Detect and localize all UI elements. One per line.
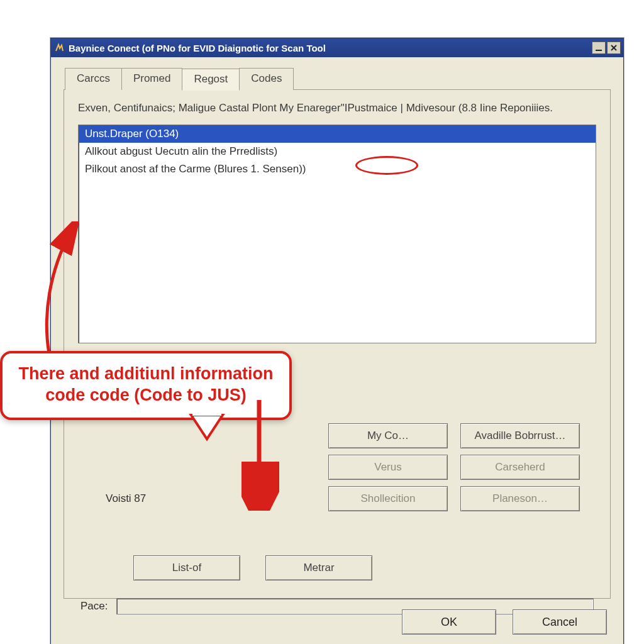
window-title: Baynice Conect (of PNo for EVID Diaignot… (69, 43, 326, 53)
list-item-text: Allkout abgust Uecutn alin the Prredlist… (85, 145, 277, 158)
button-label: Metrar (303, 562, 334, 574)
tabpage-regost: Exven, Centifunaics; Maligue Castal Plon… (64, 89, 611, 599)
minimize-button[interactable] (592, 42, 606, 54)
tab-codes[interactable]: Codes (239, 68, 294, 90)
voisti-label: Voisti 87 (106, 492, 146, 505)
page-description: Exven, Centifunaics; Maligue Castal Plon… (78, 101, 596, 116)
titlebar: Baynice Conect (of PNo for EVID Diaignot… (51, 38, 623, 57)
callout-line2: code code (Code to JUS) (45, 386, 247, 404)
annotation-arrow-up (36, 221, 87, 363)
planeson-button[interactable]: Planeson… (460, 486, 580, 511)
annotation-ellipse (355, 156, 418, 175)
close-button[interactable] (607, 42, 621, 54)
tab-label: Promed (133, 72, 171, 84)
annotation-arrow-down (242, 397, 279, 514)
button-label: Carseherd (495, 461, 545, 474)
cancel-button[interactable]: Cancel (513, 609, 607, 635)
list-item[interactable]: Pilkout anost af the Carme (Blures 1. Se… (79, 160, 596, 178)
button-label: OK (441, 616, 457, 629)
list-item[interactable]: Unst.Draper (O134) (79, 125, 596, 143)
metrar-button[interactable]: Metrar (265, 555, 372, 580)
carseherd-button[interactable]: Carseherd (460, 455, 580, 480)
dialog-window: Baynice Conect (of PNo for EVID Diaignot… (50, 38, 624, 644)
myco-button[interactable]: My Co… (328, 423, 448, 448)
button-label: Planeson… (492, 492, 548, 505)
action-button-grid: My Co… Avadille Bobrrust… Verus Carseher… (328, 423, 580, 511)
svg-rect-0 (596, 50, 602, 51)
tab-label: Codes (251, 72, 282, 84)
list-item-text: Pilkout anost af the Carme (Blures 1. Se… (85, 163, 306, 175)
tab-carccs[interactable]: Carccs (65, 68, 122, 90)
button-label: Verus (374, 461, 401, 474)
button-label: My Co… (367, 430, 409, 442)
tab-regost[interactable]: Regost (182, 69, 240, 91)
button-label: Avadille Bobrrust… (474, 430, 565, 442)
list-item-text: Unst.Draper (O134) (85, 128, 179, 140)
listof-button[interactable]: List-of (133, 555, 240, 580)
results-listbox[interactable]: Unst.Draper (O134) Allkout abgust Uecutn… (78, 125, 596, 343)
tabstrip: Carccs Promed Regost Codes (65, 67, 611, 89)
callout-tail-icon (191, 415, 229, 440)
verus-button[interactable]: Verus (328, 455, 448, 480)
minimize-icon (595, 44, 602, 52)
tab-label: Carccs (77, 72, 110, 84)
button-label: Shollecition (361, 492, 416, 505)
ok-button[interactable]: OK (402, 609, 496, 635)
close-icon (610, 44, 618, 52)
avadille-button[interactable]: Avadille Bobrrust… (460, 423, 580, 448)
list-item[interactable]: Allkout abgust Uecutn alin the Prredlist… (79, 143, 596, 160)
pace-label: Pace: (80, 600, 108, 613)
tab-label: Regost (194, 73, 228, 85)
bottom-button-row: List-of Metrar (133, 555, 372, 580)
dialog-footer: OK Cancel (402, 609, 607, 635)
app-icon (53, 42, 65, 53)
button-label: Cancel (542, 616, 577, 629)
callout-line1: There and additiunl information (19, 364, 274, 383)
shollecition-button[interactable]: Shollecition (328, 486, 448, 511)
button-label: List-of (172, 562, 201, 574)
tab-promed[interactable]: Promed (121, 68, 183, 90)
